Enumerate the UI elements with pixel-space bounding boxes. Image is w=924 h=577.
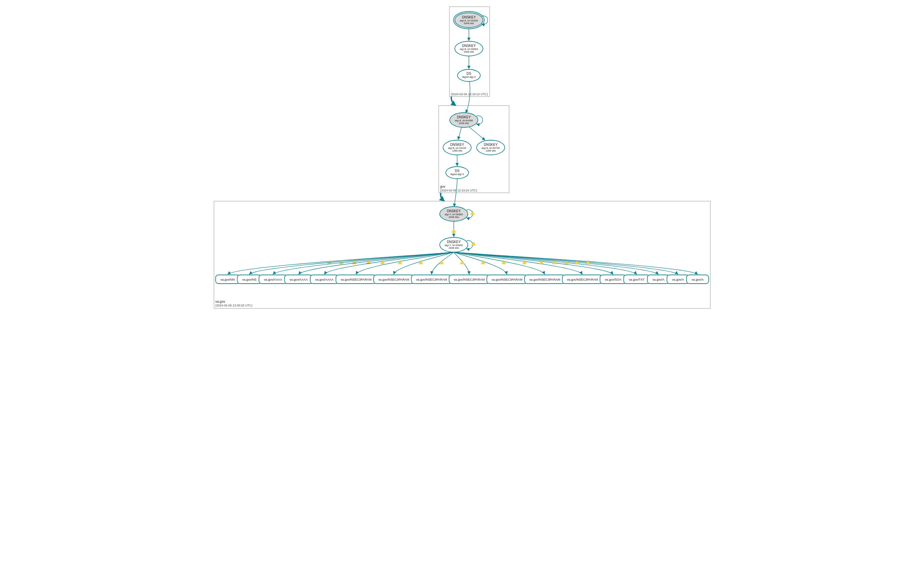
- zone-vagov-label: va.gov: [215, 300, 225, 303]
- svg-text:!: !: [461, 261, 463, 264]
- rrset-label: va.gov/NSEC3PARAM: [567, 278, 598, 281]
- rrset-box: va.gov/NSEC3PARAM: [524, 275, 565, 284]
- rrset-box: va.gov/AAAA: [310, 275, 339, 284]
- svg-text:!: !: [566, 261, 567, 264]
- svg-text:DNSKEY: DNSKEY: [484, 143, 497, 147]
- warning-icon: !: [539, 260, 543, 264]
- svg-text:DNSKEY: DNSKEY: [457, 115, 471, 119]
- warning-icon: !: [522, 260, 526, 264]
- svg-text:!: !: [524, 261, 525, 264]
- svg-text:2048 bits: 2048 bits: [463, 22, 474, 25]
- warning-icon: !: [460, 260, 464, 264]
- svg-text:!: !: [503, 261, 504, 264]
- rrset-box: va.gov/AAAA: [284, 275, 313, 284]
- rrset-label: va.gov/NSEC3PARAM: [340, 278, 371, 281]
- svg-text:DS: DS: [455, 169, 460, 172]
- rrset-label: va.gov/NSEC3PARAM: [378, 278, 409, 281]
- rrset-box: va.gov/NS: [237, 275, 261, 284]
- rrset-label: va.gov/A: [672, 278, 684, 281]
- svg-text:DS: DS: [466, 72, 471, 76]
- warning-icon: !: [471, 211, 474, 215]
- svg-text:1280 bits: 1280 bits: [485, 149, 496, 152]
- svg-text:!: !: [473, 243, 474, 246]
- rrset-box: va.gov/SOA: [600, 275, 626, 284]
- rrset-label: va.gov/A: [652, 278, 665, 281]
- edge-gov-to-vagov-deleg: [440, 193, 444, 201]
- svg-text:!: !: [400, 261, 400, 264]
- rrset-label: va.gov/AAAA: [289, 278, 308, 281]
- edge-rootds-govksk: [466, 81, 470, 113]
- edge-zsk-rrset: [454, 252, 582, 274]
- rrset-label: va.gov/NSEC3PARAM: [491, 278, 522, 281]
- rrset-box: va.gov/AAAA: [259, 275, 287, 284]
- svg-text:DNSKEY: DNSKEY: [462, 44, 476, 48]
- warning-icon: !: [381, 260, 384, 264]
- rrset-label: va.gov/AAAA: [315, 278, 333, 281]
- zone-vagov-timestamp: (2024-02-06 13:45:02 UTC): [215, 304, 253, 307]
- rrset-box: va.gov/MX: [216, 275, 240, 284]
- svg-text:!: !: [554, 261, 555, 264]
- svg-text:!: !: [587, 261, 588, 264]
- node-gov-ksk: DNSKEY alg=8, id=64280 2048 bits: [450, 113, 478, 127]
- node-vagov-ksk: DNSKEY alg=7, id=36085 2048 bits: [440, 206, 468, 221]
- rrset-label: va.gov/SOA: [605, 278, 621, 281]
- edge-zsk-rrset: [273, 252, 454, 274]
- svg-text:DNSKEY: DNSKEY: [450, 143, 464, 147]
- edge-govksk-zsk2: [469, 127, 485, 140]
- warning-icon: !: [452, 229, 456, 233]
- warning-icon: !: [339, 260, 343, 264]
- warning-icon: !: [552, 260, 556, 264]
- node-root-ds: DS digest alg=2: [458, 69, 480, 81]
- zone-gov-timestamp: (2024-02-06 12:19:24 UTC): [440, 189, 477, 192]
- rrset-box: va.gov/A: [687, 275, 709, 284]
- rrset-box: va.gov/NSEC3PARAM: [336, 275, 376, 284]
- svg-text:!: !: [482, 261, 483, 264]
- rrset-box: va.gov/NSEC3PARAM: [374, 275, 414, 284]
- warning-icon: !: [352, 260, 356, 264]
- zone-root-label: .: [451, 89, 452, 92]
- svg-text:2048 bits: 2048 bits: [448, 247, 459, 250]
- svg-text:2048 bits: 2048 bits: [463, 50, 474, 53]
- rrset-box: va.gov/NSEC3PARAM: [487, 275, 527, 284]
- node-gov-ds: DS digest alg=2: [446, 167, 469, 179]
- node-gov-zsk1: DNSKEY alg=8, id=10104 1280 bits: [443, 140, 471, 155]
- node-gov-zsk2: DNSKEY alg=8, id=49735 1280 bits: [477, 140, 505, 155]
- rrset-label: va.gov/NS: [242, 278, 256, 281]
- zone-root-timestamp: (2024-02-06 12:19:10 UTC): [451, 92, 488, 96]
- rrset-box: va.gov/A: [667, 275, 689, 284]
- svg-text:DNSKEY: DNSKEY: [447, 209, 461, 213]
- svg-text:!: !: [354, 261, 355, 264]
- svg-text:DNSKEY: DNSKEY: [447, 240, 461, 244]
- node-vagov-zsk: DNSKEY alg=7, id=45005 2048 bits: [440, 237, 468, 252]
- rrset-label: va.gov/TXT: [629, 278, 645, 281]
- svg-text:!: !: [368, 261, 369, 264]
- svg-text:!: !: [382, 261, 383, 264]
- rrset-box: va.gov/TXT: [624, 275, 650, 284]
- svg-text:!: !: [472, 212, 473, 215]
- svg-text:2048 bits: 2048 bits: [458, 122, 469, 125]
- warning-icon: !: [502, 260, 506, 264]
- rrset-box: va.gov/NSEC3PARAM: [562, 275, 602, 284]
- svg-text:1280 bits: 1280 bits: [452, 149, 462, 152]
- edge-govksk-zsk1: [458, 127, 461, 139]
- rrset-label: va.gov/MX: [220, 278, 235, 281]
- svg-text:!: !: [441, 261, 442, 264]
- rrset-label: va.gov/AAAA: [264, 278, 282, 281]
- svg-text:2048 bits: 2048 bits: [448, 216, 459, 219]
- edge-root-to-gov-deleg: [451, 97, 455, 105]
- rrset-label: va.gov/A: [692, 278, 704, 281]
- zone-gov-label: gov: [440, 185, 445, 189]
- svg-text:digest alg=2: digest alg=2: [462, 76, 476, 79]
- rrset-box: va.gov/NSEC3PARAM: [411, 275, 452, 284]
- rrset-label: va.gov/NSEC3PARAM: [529, 278, 560, 281]
- rrset-box: va.gov/A: [647, 275, 669, 284]
- svg-text:!: !: [541, 261, 542, 264]
- node-root-ksk: DNSKEY alg=8, id=20326 2048 bits: [453, 11, 484, 29]
- svg-text:!: !: [420, 261, 421, 264]
- dnsviz-diagram: . (2024-02-06 12:19:10 UTC) DNSKEY alg=8…: [211, 0, 714, 315]
- rrset-label: va.gov/NSEC3PARAM: [453, 278, 484, 281]
- rrset-box: va.gov/NSEC3PARAM: [449, 275, 489, 284]
- svg-text:!: !: [453, 230, 454, 233]
- svg-text:digest alg=2: digest alg=2: [450, 172, 464, 176]
- warning-icon: !: [398, 260, 402, 264]
